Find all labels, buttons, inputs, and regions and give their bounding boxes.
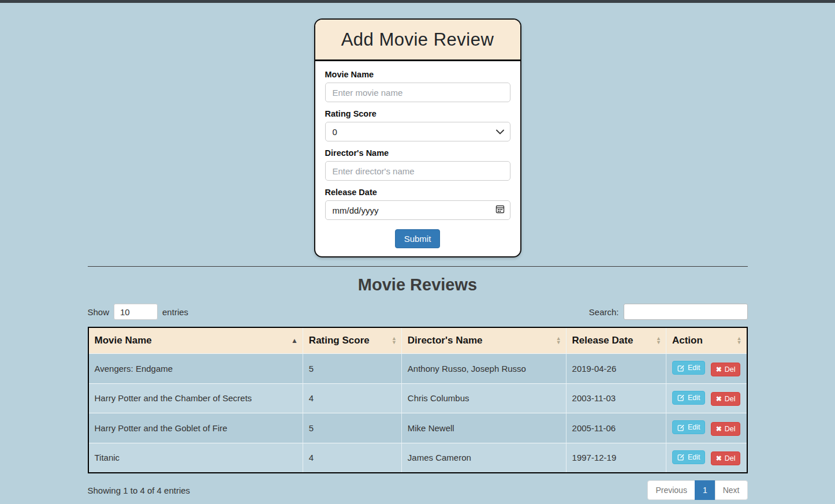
cell-movie-name: Harry Potter and the Chamber of Secrets <box>88 383 303 413</box>
delete-button[interactable]: ✖ Del <box>711 392 741 406</box>
search-input[interactable] <box>624 304 748 320</box>
cell-director-name: Anthony Russo, Joseph Russo <box>401 354 566 384</box>
card-header: Add Movie Review <box>315 20 520 61</box>
sort-arrows-icon: ▲ ▼ <box>392 337 397 345</box>
search-control: Search: <box>589 304 748 320</box>
card-body: Movie Name Rating Score 0 Director's Nam… <box>315 61 520 256</box>
pencil-square-icon <box>677 453 685 461</box>
edit-button[interactable]: Edit <box>672 420 706 434</box>
search-label: Search: <box>589 307 619 317</box>
cell-movie-name: Harry Potter and the Goblet of Fire <box>88 413 303 443</box>
cell-release-date: 2005-11-06 <box>566 413 666 443</box>
cell-movie-name: Titanic <box>88 443 303 473</box>
entries-per-page-select[interactable]: 10 <box>114 304 158 320</box>
card-title: Add Movie Review <box>315 29 520 50</box>
submit-button[interactable]: Submit <box>395 229 441 248</box>
cell-rating-score: 4 <box>303 443 401 473</box>
edit-button[interactable]: Edit <box>672 391 706 405</box>
cell-rating-score: 5 <box>303 354 401 384</box>
director-name-label: Director's Name <box>325 148 510 158</box>
table-body: Avengers: Endgame 5 Anthony Russo, Josep… <box>88 354 747 473</box>
table-row: Titanic 4 James Cameron 1997-12-19 Edit … <box>88 443 747 473</box>
section-divider <box>88 266 748 267</box>
pagination: Previous 1 Next <box>647 480 747 500</box>
add-movie-review-card: Add Movie Review Movie Name Rating Score… <box>314 18 521 257</box>
reviews-section: Movie Reviews Show 10 entries Search: Mo… <box>88 266 748 500</box>
length-label-before: Show <box>88 307 110 317</box>
column-header[interactable]: Movie Name ▲ ▼ <box>88 327 303 354</box>
cell-movie-name: Avengers: Endgame <box>88 354 303 384</box>
cell-action: Edit ✖ Del <box>666 383 747 413</box>
rating-score-select[interactable]: 0 <box>325 122 510 141</box>
sort-arrows-icon: ▲ ▼ <box>737 337 742 345</box>
table-info-text: Showing 1 to 4 of 4 entries <box>88 486 191 495</box>
pagination-previous[interactable]: Previous <box>647 480 695 500</box>
cell-director-name: Chris Columbus <box>401 383 566 413</box>
column-header[interactable]: Rating Score ▲ ▼ <box>303 327 401 354</box>
cell-rating-score: 5 <box>303 413 401 443</box>
table-header-row: Movie Name ▲ ▼ Rating Score ▲ ▼ Director… <box>88 327 747 354</box>
sort-arrows-icon: ▲ ▼ <box>291 339 298 343</box>
movie-reviews-table: Movie Name ▲ ▼ Rating Score ▲ ▼ Director… <box>88 327 748 473</box>
sort-arrows-icon: ▲ ▼ <box>656 337 661 345</box>
delete-button[interactable]: ✖ Del <box>711 451 741 465</box>
cell-release-date: 1997-12-19 <box>566 443 666 473</box>
edit-button[interactable]: Edit <box>672 450 706 464</box>
cell-release-date: 2019-04-26 <box>566 354 666 384</box>
x-icon: ✖ <box>716 455 722 462</box>
cell-director-name: Mike Newell <box>401 413 566 443</box>
pencil-square-icon <box>677 424 685 431</box>
table-row: Harry Potter and the Goblet of Fire 5 Mi… <box>88 413 747 443</box>
length-label-after: entries <box>162 307 188 317</box>
x-icon: ✖ <box>716 425 722 432</box>
director-name-input[interactable] <box>325 161 510 181</box>
sort-arrows-icon: ▲ ▼ <box>556 337 561 345</box>
table-row: Harry Potter and the Chamber of Secrets … <box>88 383 747 413</box>
delete-button[interactable]: ✖ Del <box>711 363 741 376</box>
rating-score-label: Rating Score <box>325 109 510 118</box>
reviews-title: Movie Reviews <box>88 275 748 294</box>
length-menu: Show 10 entries <box>88 304 189 320</box>
movie-name-label: Movie Name <box>325 70 510 79</box>
x-icon: ✖ <box>716 395 722 402</box>
cell-action: Edit ✖ Del <box>666 413 747 443</box>
cell-action: Edit ✖ Del <box>666 354 747 384</box>
column-header[interactable]: Director's Name ▲ ▼ <box>401 327 566 354</box>
delete-button[interactable]: ✖ Del <box>711 422 741 436</box>
edit-button[interactable]: Edit <box>672 361 706 375</box>
movie-name-input[interactable] <box>325 83 510 102</box>
x-icon: ✖ <box>716 366 722 373</box>
release-date-label: Release Date <box>325 188 510 197</box>
pencil-square-icon <box>677 364 685 372</box>
column-header[interactable]: Release Date ▲ ▼ <box>566 327 666 354</box>
cell-director-name: James Cameron <box>401 443 566 473</box>
release-date-input[interactable] <box>325 200 510 220</box>
pagination-page-1[interactable]: 1 <box>695 480 715 500</box>
cell-rating-score: 4 <box>303 383 401 413</box>
table-row: Avengers: Endgame 5 Anthony Russo, Josep… <box>88 354 747 384</box>
pencil-square-icon <box>677 394 685 401</box>
cell-action: Edit ✖ Del <box>666 443 747 473</box>
cell-release-date: 2003-11-03 <box>566 383 666 413</box>
pagination-next[interactable]: Next <box>715 480 748 500</box>
column-header[interactable]: Action ▲ ▼ <box>666 327 747 354</box>
window-top-edge <box>0 0 835 3</box>
